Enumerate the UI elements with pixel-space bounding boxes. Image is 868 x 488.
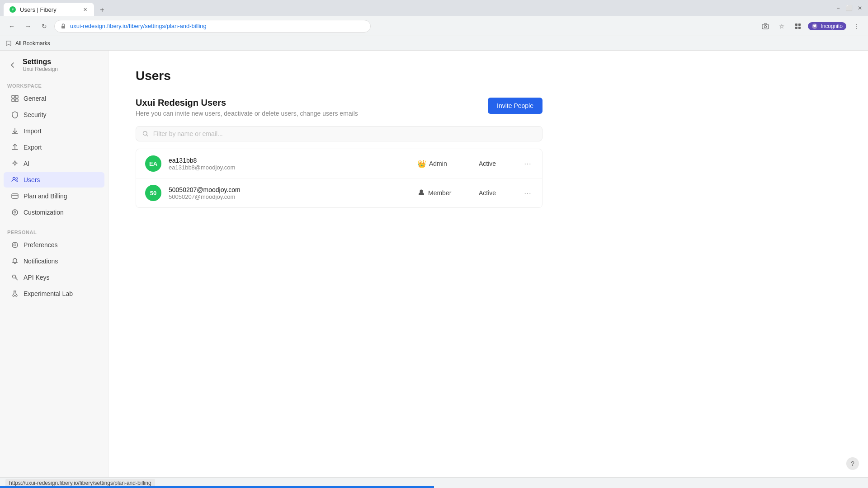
- sidebar-item-import[interactable]: Import: [4, 123, 104, 139]
- user-name: 50050207@moodjoy.com: [169, 186, 410, 193]
- personal-section-label: PERSONAL: [0, 226, 108, 237]
- sidebar-item-security[interactable]: Security: [4, 107, 104, 122]
- bookmarks-bar: All Bookmarks: [0, 36, 868, 51]
- close-window-button[interactable]: ✕: [855, 4, 864, 13]
- help-button[interactable]: ?: [846, 457, 859, 470]
- sidebar-item-users[interactable]: Users: [4, 172, 104, 188]
- user-actions-menu[interactable]: ⋯: [522, 189, 533, 197]
- sidebar-header: Settings Uxui Redesign: [0, 58, 108, 80]
- lock-icon: [60, 23, 66, 29]
- sidebar-title-block: Settings Uxui Redesign: [23, 58, 58, 72]
- svg-rect-3: [762, 24, 769, 29]
- svg-point-11: [815, 24, 816, 25]
- active-tab[interactable]: F Users | Fibery ✕: [4, 3, 94, 16]
- sidebar-item-export[interactable]: Export: [4, 140, 104, 155]
- svg-rect-14: [12, 99, 14, 102]
- search-input[interactable]: [153, 130, 536, 137]
- sidebar: Settings Uxui Redesign WORKSPACE General…: [0, 51, 108, 477]
- search-bar: [136, 126, 542, 141]
- api-keys-label: API Keys: [24, 274, 50, 281]
- search-icon: [142, 131, 149, 137]
- incognito-label: Incognito: [821, 23, 843, 29]
- svg-rect-7: [795, 27, 797, 29]
- toolbar-actions: ☆ Incognito ⋮: [759, 20, 863, 33]
- users-section-header: Uxui Redesign Users Here you can invite …: [136, 98, 542, 117]
- role-icon: 👑: [417, 160, 426, 168]
- back-nav-button[interactable]: ←: [5, 20, 18, 33]
- user-info: 50050207@moodjoy.com 50050207@moodjoy.co…: [169, 186, 410, 200]
- customization-icon: [11, 208, 19, 216]
- more-menu-button[interactable]: ⋮: [850, 20, 863, 33]
- svg-point-17: [16, 178, 18, 179]
- user-info: ea131bb8 ea131bb8@moodjoy.com: [169, 157, 410, 171]
- all-bookmarks-item[interactable]: All Bookmarks: [15, 40, 50, 47]
- tab-title: Users | Fibery: [20, 6, 78, 13]
- sidebar-item-preferences[interactable]: Preferences: [4, 237, 104, 253]
- user-role: 👑 Admin: [417, 160, 472, 168]
- incognito-button[interactable]: Incognito: [808, 22, 846, 30]
- new-tab-button[interactable]: +: [96, 4, 108, 16]
- sidebar-item-notifications[interactable]: Notifications: [4, 253, 104, 269]
- app-container: Settings Uxui Redesign WORKSPACE General…: [0, 51, 868, 477]
- sidebar-item-ai[interactable]: AI: [4, 156, 104, 171]
- reload-button[interactable]: ↻: [38, 20, 51, 33]
- preferences-icon: [11, 241, 19, 249]
- sidebar-item-experimental-lab[interactable]: Experimental Lab: [4, 286, 104, 301]
- user-email: 50050207@moodjoy.com: [169, 193, 410, 200]
- sidebar-item-customization[interactable]: Customization: [4, 205, 104, 220]
- user-list: EA ea131bb8 ea131bb8@moodjoy.com 👑 Admin…: [136, 149, 542, 208]
- address-bar[interactable]: uxui-redesign.fibery.io/fibery/settings/…: [54, 20, 371, 33]
- svg-point-20: [14, 211, 16, 213]
- maximize-button[interactable]: ⬜: [844, 4, 854, 13]
- incognito-icon: [811, 23, 818, 29]
- user-avatar: 50: [145, 185, 161, 201]
- bookmark-star-button[interactable]: ☆: [775, 20, 788, 33]
- camera-icon[interactable]: [759, 20, 772, 33]
- extensions-button[interactable]: [792, 20, 804, 33]
- svg-point-4: [764, 25, 767, 28]
- avatar-initials: 50: [150, 190, 156, 197]
- workspace-section-label: WORKSPACE: [0, 80, 108, 90]
- forward-nav-button[interactable]: →: [22, 20, 34, 33]
- svg-rect-2: [61, 26, 65, 28]
- user-status: Active: [479, 189, 515, 197]
- page-title: Users: [136, 69, 841, 83]
- security-label: Security: [24, 111, 47, 118]
- invite-people-button[interactable]: Invite People: [488, 98, 542, 114]
- main-content: Users Uxui Redesign Users Here you can i…: [108, 51, 868, 477]
- svg-point-22: [14, 244, 16, 246]
- ai-icon: [11, 160, 19, 168]
- page-load-progress: [0, 486, 434, 488]
- settings-back-button[interactable]: [7, 60, 18, 70]
- sidebar-item-plan-billing[interactable]: Plan and Billing: [4, 188, 104, 204]
- svg-rect-12: [12, 95, 14, 98]
- sidebar-subtitle: Uxui Redesign: [23, 66, 58, 72]
- minimize-button[interactable]: −: [834, 4, 843, 13]
- svg-rect-13: [15, 95, 18, 98]
- role-icon: [417, 188, 425, 198]
- tab-close-button[interactable]: ✕: [81, 6, 89, 13]
- bookmarks-icon: [5, 40, 12, 47]
- experimental-lab-label: Experimental Lab: [24, 290, 73, 297]
- import-label: Import: [24, 127, 42, 135]
- users-section-title: Uxui Redesign Users: [136, 98, 358, 108]
- sidebar-item-general[interactable]: General: [4, 91, 104, 106]
- user-row: 50 50050207@moodjoy.com 50050207@moodjoy…: [136, 178, 542, 207]
- svg-text:F: F: [12, 8, 14, 12]
- role-label: Member: [428, 189, 451, 197]
- user-row: EA ea131bb8 ea131bb8@moodjoy.com 👑 Admin…: [136, 149, 542, 178]
- avatar-initials: EA: [149, 160, 157, 167]
- browser-chrome: F Users | Fibery ✕ + − ⬜ ✕ ← → ↻ uxui-re…: [0, 0, 868, 51]
- svg-rect-5: [795, 23, 797, 26]
- user-avatar: EA: [145, 155, 161, 172]
- role-label: Admin: [429, 160, 447, 167]
- import-icon: [11, 127, 19, 135]
- sidebar-item-api-keys[interactable]: API Keys: [4, 270, 104, 285]
- user-role: Member: [417, 188, 472, 198]
- svg-rect-8: [798, 27, 801, 29]
- users-section-desc: Here you can invite new users, deactivat…: [136, 110, 358, 117]
- customization-label: Customization: [24, 209, 64, 216]
- tab-bar: F Users | Fibery ✕ +: [4, 0, 108, 16]
- status-url: https://uxui-redesign.fibery.io/fibery/s…: [5, 479, 155, 487]
- user-actions-menu[interactable]: ⋯: [522, 160, 533, 168]
